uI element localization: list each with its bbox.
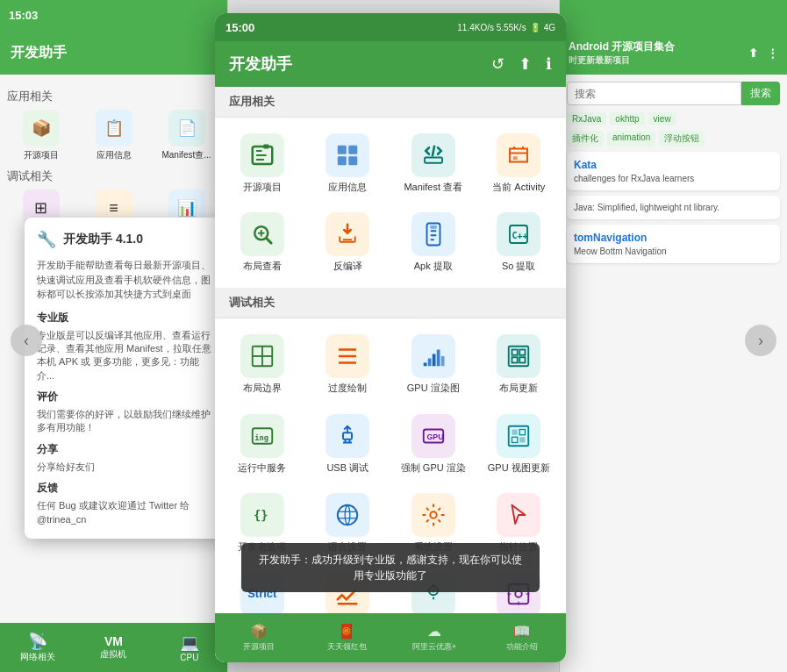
bottom-intro[interactable]: 📖 功能介绍 bbox=[478, 618, 566, 658]
svg-rect-3 bbox=[349, 146, 358, 154]
grid-apkextract[interactable]: Apk 提取 bbox=[393, 205, 474, 279]
left-nav-vm: VM 虚拟机 bbox=[75, 623, 151, 672]
dialog-section-pro: 专业版 专业版是可以反编译其他应用、查看运行记录、查看其他应用 Manifest… bbox=[37, 311, 214, 383]
left-app-bar: 开发助手 bbox=[0, 31, 227, 75]
bottom-opensource[interactable]: 📦 开源项目 bbox=[215, 618, 303, 658]
grid-runningservice[interactable]: ing 运行中服务 bbox=[222, 407, 303, 481]
language-grid-icon bbox=[326, 493, 369, 537]
grid-layoutcheck[interactable]: 布局查看 bbox=[222, 205, 303, 279]
right-list-item-2[interactable]: Java: Simplified, lightweight nt library… bbox=[567, 196, 780, 219]
main-status-icons: 11.4KO/s 5.55K/s 🔋 4G bbox=[457, 23, 555, 32]
opensource-label: 开源项目 bbox=[243, 182, 282, 193]
usbdebug-label: USB 调试 bbox=[326, 462, 368, 474]
dialog-feedback-text: 任何 Bug 或建议欢迎通过 Twitter 给 @trinea_cn bbox=[37, 499, 214, 526]
right-list-item-1[interactable]: Kata challenges for RxJava learners bbox=[567, 152, 780, 190]
toast-notification: 开发助手：成功升级到专业版，感谢支持，现在你可以使 用专业版功能了 bbox=[241, 543, 540, 592]
signal-4g: 4G bbox=[544, 23, 555, 32]
tag-view[interactable]: view bbox=[648, 112, 676, 125]
right-search-input[interactable] bbox=[567, 82, 741, 105]
grid-gpuviewupdate[interactable]: GPU 视图更新 bbox=[479, 407, 560, 481]
bottom-alicloud-icon: ☁ bbox=[427, 623, 441, 640]
right-more-icon[interactable]: ⋮ bbox=[767, 46, 778, 60]
svg-rect-44 bbox=[520, 437, 526, 442]
main-info-icon[interactable]: ℹ bbox=[546, 54, 552, 74]
right-list-item-3[interactable]: tomNavigation Meow Bottm Navigation bbox=[567, 225, 780, 263]
right-share-icon[interactable]: ⬆ bbox=[748, 46, 758, 60]
grid-layoutupdate[interactable]: 布局更新 bbox=[479, 327, 560, 401]
overdraw-label: 过度绘制 bbox=[328, 382, 367, 394]
bottom-bar: 📦 开源项目 🧧 天天领红包 ☁ 阿里云优惠+ 📖 功能介绍 bbox=[215, 613, 566, 662]
layoutbounds-icon bbox=[240, 334, 284, 378]
grid-decompile[interactable]: 反编译 bbox=[308, 205, 389, 279]
activity-label: 当前 Activity bbox=[492, 182, 545, 193]
grid-overdraw[interactable]: 过度绘制 bbox=[308, 327, 389, 401]
bottom-redpacket-icon: 🧧 bbox=[338, 623, 355, 640]
dialog-pro-title: 专业版 bbox=[37, 311, 214, 325]
main-share-icon[interactable]: ⬆ bbox=[519, 54, 532, 74]
tag-plugin[interactable]: 插件化 bbox=[567, 131, 604, 147]
toast-text2: 用专业版功能了 bbox=[354, 569, 427, 582]
grid-activity[interactable]: 当前 Activity bbox=[479, 126, 560, 200]
tag-floatbtn[interactable]: 浮动按钮 bbox=[659, 131, 705, 147]
main-phone: 15:00 11.4KO/s 5.55K/s 🔋 4G 开发助手 ↺ ⬆ ℹ 应… bbox=[215, 13, 566, 662]
left-item-label3: Manifest查... bbox=[161, 149, 211, 161]
pointer-grid-icon bbox=[497, 493, 540, 537]
right-search-button[interactable]: 搜索 bbox=[741, 82, 780, 105]
tag-rxjava[interactable]: RxJava bbox=[567, 112, 606, 125]
svg-rect-8 bbox=[513, 156, 518, 160]
left-time: 15:03 bbox=[9, 9, 38, 22]
forcegpu-label: 强制 GPU 渲染 bbox=[401, 462, 466, 474]
grid-soextract[interactable]: C++ So 提取 bbox=[479, 205, 560, 279]
soextract-grid-icon: C++ bbox=[497, 212, 540, 256]
svg-rect-29 bbox=[512, 350, 518, 355]
svg-point-36 bbox=[342, 434, 345, 437]
right-arrow-icon: › bbox=[758, 332, 763, 350]
activity-grid-icon bbox=[497, 133, 540, 177]
left-nav-network: 📡 网络相关 bbox=[0, 623, 75, 672]
gpurender-grid-icon bbox=[411, 334, 455, 378]
dialog-section-rate: 评价 我们需要你的好评，以鼓励我们继续维护 多有用功能！ bbox=[37, 390, 214, 435]
grid-appinfo[interactable]: 应用信息 bbox=[308, 126, 389, 200]
nav-arrow-right[interactable]: › bbox=[745, 325, 776, 356]
svg-line-10 bbox=[267, 239, 271, 243]
grid-usbdebug[interactable]: USB 调试 bbox=[308, 407, 389, 481]
main-content-area: 应用相关 开源项目 bbox=[215, 87, 566, 662]
svg-rect-2 bbox=[338, 146, 347, 154]
tag-okhttp[interactable]: okhttp bbox=[610, 112, 644, 125]
bottom-alicloud[interactable]: ☁ 阿里云优惠+ bbox=[390, 618, 478, 658]
svg-point-37 bbox=[351, 434, 354, 437]
grid-forcegpu[interactable]: GPU 强制 GPU 渲染 bbox=[393, 407, 474, 481]
dialog-title-row: 🔧 开发助手 4.1.0 bbox=[37, 230, 214, 249]
svg-rect-42 bbox=[520, 429, 526, 434]
right-item3-desc: Meow Bottm Navigation bbox=[574, 247, 773, 256]
runningservice-label: 运行中服务 bbox=[238, 462, 286, 474]
tags-row: RxJava okhttp view bbox=[567, 112, 780, 125]
grid-layoutbounds[interactable]: 布局边界 bbox=[222, 327, 303, 401]
nav-arrow-left[interactable]: ‹ bbox=[11, 325, 42, 356]
tag-animation[interactable]: animation bbox=[607, 131, 655, 147]
left-item-opensource: 📦 开源项目 bbox=[7, 110, 75, 161]
main-refresh-icon[interactable]: ↺ bbox=[491, 54, 504, 74]
right-search-bar[interactable]: 搜索 bbox=[567, 82, 780, 105]
dialog-rate-title: 评价 bbox=[37, 390, 214, 404]
devopt-grid-icon: {} bbox=[240, 493, 284, 537]
toast-text1: 开发助手：成功升级到专业版，感谢支持，现在你可以使 bbox=[259, 554, 522, 566]
tags-row2: 插件化 animation 浮动按钮 bbox=[567, 131, 780, 147]
dialog-box: 🔧 开发助手 4.1.0 开发助手能帮助查看每日最新开源项目、快速调试应用及查看… bbox=[25, 218, 226, 539]
svg-rect-5 bbox=[349, 156, 358, 165]
grid-opensource[interactable]: 开源项目 bbox=[222, 126, 303, 200]
grid-gpurender[interactable]: GPU 渲染图 bbox=[393, 327, 474, 401]
bottom-bar-container: 📦 开源项目 🧧 天天领红包 ☁ 阿里云优惠+ 📖 功能介绍 bbox=[215, 613, 566, 662]
layoutbounds-label: 布局边界 bbox=[243, 382, 282, 394]
right-app-title: Android 开源项目集合 bbox=[569, 39, 675, 54]
bottom-red-packet[interactable]: 🧧 天天领红包 bbox=[303, 618, 390, 658]
svg-rect-26 bbox=[437, 350, 440, 367]
manifest-icon: 📄 bbox=[168, 110, 205, 147]
syssettings-grid-icon bbox=[411, 493, 455, 537]
svg-line-6 bbox=[433, 146, 435, 157]
opensource-grid-icon bbox=[240, 133, 284, 177]
left-app-title: 开发助手 bbox=[11, 44, 67, 62]
right-app-title-area: Android 开源项目集合 时更新最新项目 bbox=[569, 39, 675, 67]
svg-rect-1 bbox=[263, 145, 268, 149]
grid-manifest[interactable]: Manifest 查看 bbox=[393, 126, 474, 200]
